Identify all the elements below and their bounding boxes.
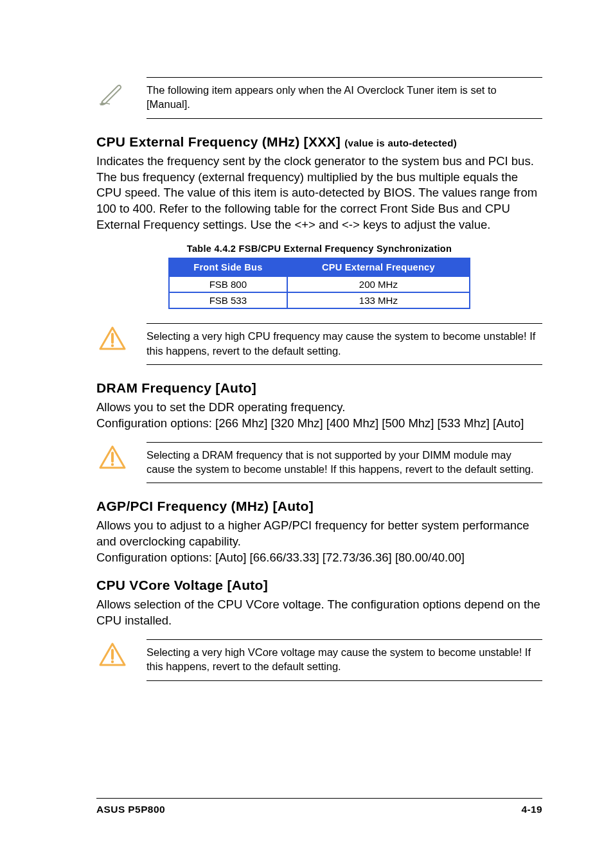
note-text: The following item appears only when the… — [147, 77, 542, 119]
note-caution-block: Selecting a DRAM frequency that is not s… — [96, 442, 542, 484]
heading-dram-frequency: DRAM Frequency [Auto] — [96, 380, 542, 396]
caution-icon — [96, 323, 129, 351]
heading-sub: (value is auto-detected) — [344, 137, 457, 148]
page-footer: ASUS P5P800 4-19 — [96, 798, 542, 815]
body-line: Configuration options: [Auto] [66.66/33.… — [96, 551, 465, 564]
heading-main: CPU External Frequency (MHz) [XXX] — [96, 134, 344, 149]
footer-right: 4-19 — [521, 804, 542, 815]
fsb-cpu-table: Front Side Bus CPU External Frequency FS… — [168, 258, 470, 309]
page: The following item appears only when the… — [0, 0, 613, 868]
note-caution-block: Selecting a very high CPU frequency may … — [96, 323, 542, 365]
caution-icon — [96, 442, 129, 470]
body-agp-pci-frequency: Allows you to adjust to a higher AGP/PCI… — [96, 518, 542, 566]
body-cpu-vcore-voltage: Allows selection of the CPU VCore voltag… — [96, 597, 542, 629]
note-pencil-block: The following item appears only when the… — [96, 77, 542, 119]
table-row: FSB 800 200 MHz — [169, 276, 470, 292]
svg-point-1 — [111, 344, 114, 347]
note-text: Selecting a DRAM frequency that is not s… — [147, 442, 542, 484]
pencil-icon — [96, 77, 129, 105]
table-header-cpu-ext: CPU External Frequency — [287, 258, 470, 276]
svg-point-5 — [111, 660, 114, 663]
body-dram-frequency: Allows you to set the DDR operating freq… — [96, 400, 542, 432]
note-text: Selecting a very high VCore voltage may … — [147, 639, 542, 681]
table-cell: FSB 533 — [169, 292, 287, 308]
table-header-fsb: Front Side Bus — [169, 258, 287, 276]
table-cell: 200 MHz — [287, 276, 470, 292]
svg-point-3 — [111, 463, 114, 466]
caution-icon — [96, 639, 129, 668]
note-text: Selecting a very high CPU frequency may … — [147, 323, 542, 365]
table-cell: FSB 800 — [169, 276, 287, 292]
heading-cpu-external-frequency: CPU External Frequency (MHz) [XXX] (valu… — [96, 134, 542, 150]
heading-agp-pci-frequency: AGP/PCI Frequency (MHz) [Auto] — [96, 499, 542, 514]
body-line: Allows you to adjust to a higher AGP/PCI… — [96, 518, 529, 548]
table-caption: Table 4.4.2 FSB/CPU External Frequency S… — [96, 244, 542, 254]
body-line: Allows you to set the DDR operating freq… — [96, 400, 345, 414]
footer-left: ASUS P5P800 — [96, 804, 165, 815]
heading-cpu-vcore-voltage: CPU VCore Voltage [Auto] — [96, 578, 542, 593]
table-cell: 133 MHz — [287, 292, 470, 308]
body-line: Configuration options: [266 Mhz] [320 Mh… — [96, 416, 524, 430]
note-caution-block: Selecting a very high VCore voltage may … — [96, 639, 542, 681]
table-row: FSB 533 133 MHz — [169, 292, 470, 308]
body-cpu-external-frequency: Indicates the frequency sent by the cloc… — [96, 154, 542, 234]
